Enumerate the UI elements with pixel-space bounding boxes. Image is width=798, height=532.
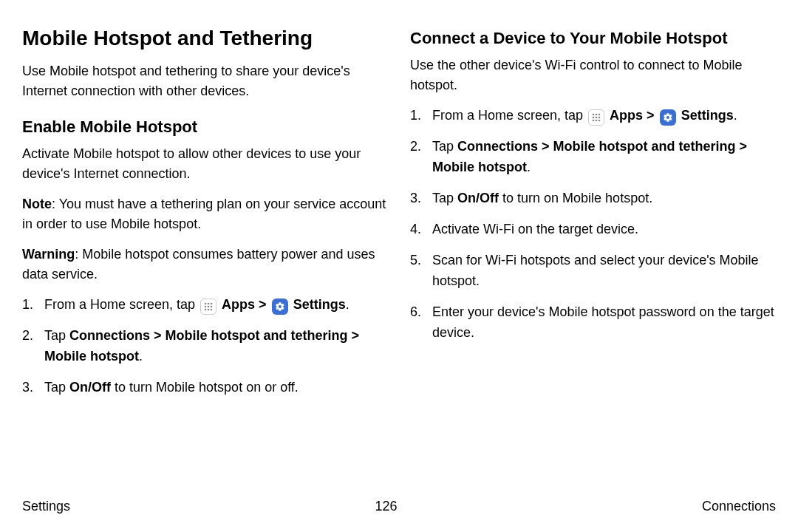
warning-label: Warning xyxy=(22,247,75,262)
settings-gear-icon xyxy=(272,299,288,315)
footer-left: Settings xyxy=(22,499,70,514)
svg-point-1 xyxy=(208,303,210,305)
svg-point-12 xyxy=(593,117,595,119)
warning-text: : Mobile hotspot consumes battery power … xyxy=(22,247,375,282)
step-text: . xyxy=(734,108,737,123)
list-item: Tap Connections > Mobile hotspot and tet… xyxy=(22,326,388,367)
nav-path: Connections > Mobile hotspot and tetheri… xyxy=(432,139,747,174)
apps-label: Apps xyxy=(610,108,643,123)
step-text: Tap xyxy=(44,328,69,343)
svg-point-5 xyxy=(211,306,213,308)
svg-point-8 xyxy=(211,309,213,311)
intro-paragraph: Use Mobile hotspot and tethering to shar… xyxy=(22,61,388,101)
svg-point-10 xyxy=(596,114,598,116)
step-text: . xyxy=(139,349,143,364)
svg-point-16 xyxy=(596,120,598,122)
apps-grid-icon xyxy=(200,299,216,315)
list-item: Enter your device's Mobile hotspot passw… xyxy=(410,302,776,344)
svg-point-0 xyxy=(205,303,207,305)
list-item: Tap On/Off to turn Mobile hotspot on or … xyxy=(22,378,388,398)
svg-point-11 xyxy=(598,114,601,116)
apps-grid-icon xyxy=(588,109,604,126)
note-paragraph: Note: You must have a tethering plan on … xyxy=(22,194,388,234)
list-item: Tap On/Off to turn on Mobile hotspot. xyxy=(410,188,776,209)
section-connect-heading: Connect a Device to Your Mobile Hotspot xyxy=(410,29,776,48)
svg-point-7 xyxy=(208,309,210,311)
svg-point-4 xyxy=(208,306,210,308)
page-title: Mobile Hotspot and Tethering xyxy=(22,26,388,51)
svg-point-6 xyxy=(205,309,207,311)
connect-steps-list: From a Home screen, tap Apps > Settings.… xyxy=(410,106,776,343)
step-text: Tap xyxy=(432,191,457,205)
connect-intro-paragraph: Use the other device's Wi-Fi control to … xyxy=(410,55,776,95)
list-item: From a Home screen, tap Apps > Settings. xyxy=(410,106,776,126)
enable-steps-list: From a Home screen, tap Apps > Settings.… xyxy=(22,295,388,398)
note-text: : You must have a tethering plan on your… xyxy=(22,197,386,231)
step-text: to turn Mobile hotspot on or off. xyxy=(111,380,299,395)
step-text: From a Home screen, tap xyxy=(44,297,199,312)
step-text: Tap xyxy=(432,139,457,154)
page-footer: Settings 126 Connections xyxy=(22,499,776,514)
left-column: Mobile Hotspot and Tethering Use Mobile … xyxy=(22,26,388,477)
list-item: Activate Wi-Fi on the target device. xyxy=(410,219,776,240)
svg-point-17 xyxy=(598,120,601,122)
onoff-label: On/Off xyxy=(69,380,111,395)
settings-label: Settings xyxy=(293,297,346,312)
nav-path: Connections > Mobile hotspot and tetheri… xyxy=(44,328,359,364)
onoff-label: On/Off xyxy=(457,191,499,205)
svg-point-14 xyxy=(598,117,601,119)
list-item: Scan for Wi-Fi hotspots and select your … xyxy=(410,250,776,292)
step-text: . xyxy=(527,160,531,174)
svg-point-15 xyxy=(593,120,595,122)
chevron-separator: > xyxy=(647,108,658,123)
note-label: Note xyxy=(22,197,52,211)
settings-gear-icon xyxy=(660,109,676,126)
warning-paragraph: Warning: Mobile hotspot consumes battery… xyxy=(22,245,388,284)
footer-page-number: 126 xyxy=(375,499,397,514)
step-text: From a Home screen, tap xyxy=(432,108,587,123)
step-text: Tap xyxy=(44,380,69,395)
apps-label: Apps xyxy=(222,297,255,312)
settings-label: Settings xyxy=(681,108,734,123)
list-item: Tap Connections > Mobile hotspot and tet… xyxy=(410,137,776,178)
step-text: . xyxy=(346,297,349,312)
list-item: From a Home screen, tap Apps > Settings. xyxy=(22,295,388,316)
svg-point-13 xyxy=(596,117,598,119)
section-enable-heading: Enable Mobile Hotspot xyxy=(22,117,388,137)
step-text: to turn on Mobile hotspot. xyxy=(499,191,652,205)
chevron-separator: > xyxy=(259,297,270,312)
svg-point-2 xyxy=(211,303,213,305)
right-column: Connect a Device to Your Mobile Hotspot … xyxy=(410,26,776,477)
enable-intro-paragraph: Activate Mobile hotspot to allow other d… xyxy=(22,144,388,184)
svg-point-3 xyxy=(205,306,207,308)
svg-point-9 xyxy=(593,114,595,116)
footer-right: Connections xyxy=(702,499,776,514)
